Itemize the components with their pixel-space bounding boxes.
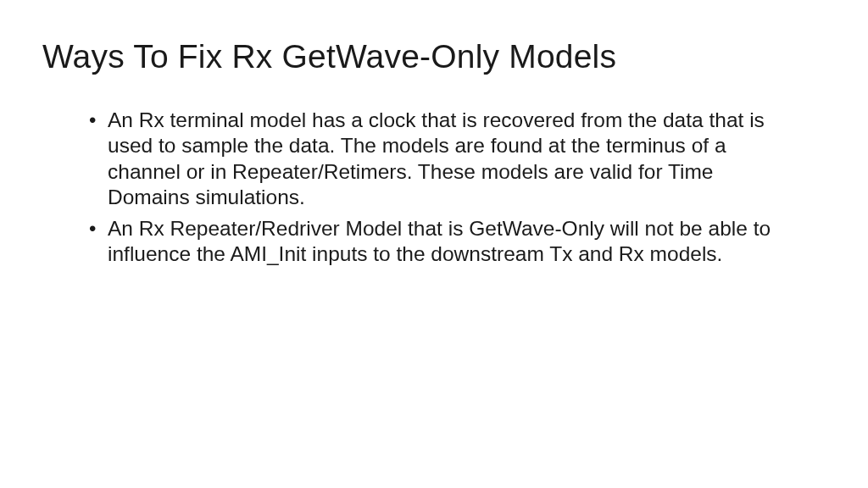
bullet-item: An Rx Repeater/Redriver Model that is Ge… bbox=[89, 216, 787, 268]
bullet-list: An Rx terminal model has a clock that is… bbox=[89, 108, 787, 267]
slide-title: Ways To Fix Rx GetWave-Only Models bbox=[42, 38, 826, 75]
slide-content: An Rx terminal model has a clock that is… bbox=[42, 108, 826, 267]
slide-container: Ways To Fix Rx GetWave-Only Models An Rx… bbox=[0, 0, 868, 488]
bullet-item: An Rx terminal model has a clock that is… bbox=[89, 108, 787, 211]
